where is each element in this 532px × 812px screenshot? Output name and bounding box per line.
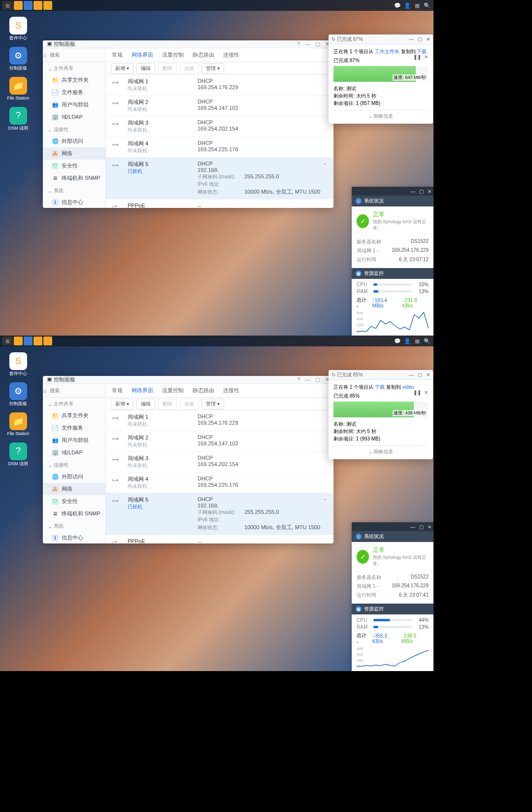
iface-row[interactable]: ⇄ PPPoE 尚未联机 -- xyxy=(106,200,333,208)
taskbar-folder-icon[interactable] xyxy=(33,337,42,345)
widget-section-resource[interactable]: ▦资源监控 xyxy=(352,268,433,279)
toolbar-button[interactable]: 连接 xyxy=(180,63,199,74)
minimize-icon[interactable]: — xyxy=(410,524,415,530)
home-button[interactable]: ⌂ xyxy=(43,48,47,62)
sidebar-item[interactable]: 🛡安全性 xyxy=(43,160,105,172)
pause-icon[interactable]: ❚❚ xyxy=(413,390,421,395)
widget-section-status[interactable]: i系统状况 xyxy=(352,196,433,206)
close-icon[interactable]: ✕ xyxy=(428,189,432,194)
taskbar-folder-icon[interactable] xyxy=(14,1,23,10)
toolbar-button[interactable]: 编辑 xyxy=(136,63,155,74)
minimize-icon[interactable]: — xyxy=(305,376,310,383)
iface-row[interactable]: ⊶ 局域网 3 尚未联机 DHCP 169.254.202.154 xyxy=(106,452,333,473)
sidebar-group[interactable]: ⌄文件共享 xyxy=(43,62,105,74)
desktop-icon-help[interactable]: ?DSM 说明 xyxy=(7,107,30,131)
desktop-icon-cp[interactable]: ⚙控制面板 xyxy=(7,382,30,406)
minimize-icon[interactable]: — xyxy=(409,36,414,42)
minimize-icon[interactable]: — xyxy=(410,189,415,194)
pin-icon[interactable]: ▢ xyxy=(419,189,424,194)
search-icon[interactable]: 🔍 xyxy=(423,337,432,345)
desktop-icon-pkg[interactable]: S套件中心 xyxy=(7,352,30,376)
close-icon[interactable]: ✕ xyxy=(426,36,430,42)
widgets-icon[interactable]: ▦ xyxy=(413,337,422,345)
sidebar-item[interactable]: 📄文件服务 xyxy=(43,422,105,434)
taskbar-folder-icon[interactable] xyxy=(33,1,42,10)
sidebar-item[interactable]: 📁共享文件夹 xyxy=(43,74,105,86)
stop-icon[interactable]: ✕ xyxy=(424,54,428,60)
iface-row[interactable]: ⊶ 局域网 2 尚未联机 DHCP 169.254.147.102 xyxy=(106,431,333,452)
pause-icon[interactable]: ❚❚ xyxy=(413,54,421,60)
chat-icon[interactable]: 💬 xyxy=(393,1,402,10)
main-menu-icon[interactable]: ⊞ xyxy=(2,337,13,345)
sidebar-item[interactable]: 📄文件服务 xyxy=(43,86,105,99)
toggle-details[interactable]: ⌄ 简略信息 xyxy=(333,110,428,120)
tab[interactable]: 常规 xyxy=(112,51,123,59)
toolbar-button[interactable]: 删除 xyxy=(158,399,177,409)
desktop-icon-pkg[interactable]: S套件中心 xyxy=(7,17,30,41)
sidebar-item[interactable]: 📁共享文件夹 xyxy=(43,409,105,422)
widget-header[interactable]: —▢✕ xyxy=(352,522,433,531)
minimize-icon[interactable]: — xyxy=(409,372,414,377)
iface-row[interactable]: ⊶ 局域网 2 尚未联机 DHCP 169.254.147.102 xyxy=(106,96,333,116)
widget-header[interactable]: —▢✕ xyxy=(352,187,433,196)
taskbar-folder-icon[interactable] xyxy=(43,1,52,10)
sidebar-group[interactable]: ⌄系统 xyxy=(43,520,105,532)
sidebar-item[interactable]: 👥用户与群组 xyxy=(43,434,105,446)
sidebar-item[interactable]: 🖧网络 xyxy=(43,483,105,495)
chat-icon[interactable]: 💬 xyxy=(393,337,402,345)
pin-icon[interactable]: ▢ xyxy=(419,524,424,530)
home-button[interactable]: ⌂ xyxy=(43,384,47,397)
taskbar-folder-icon[interactable] xyxy=(14,337,23,345)
tab[interactable]: 连接性 xyxy=(223,51,239,59)
sidebar-item[interactable]: 🛡安全性 xyxy=(43,495,105,508)
sidebar-item[interactable]: 🏢域/LDAP xyxy=(43,446,105,459)
window-titlebar[interactable]: ▣ 控制面板 ?—▢✕ xyxy=(43,40,333,48)
maximize-icon[interactable]: ▢ xyxy=(418,36,422,42)
iface-row[interactable]: ⊶ 局域网 5 已联机 DHCP 192.168. 子网掩码 (mask):25… xyxy=(106,493,333,535)
toolbar-button[interactable]: 新增 ▾ xyxy=(111,399,133,409)
chevron-up-icon[interactable]: ⌃ xyxy=(323,498,327,504)
tab[interactable]: 常规 xyxy=(112,387,123,394)
main-menu-icon[interactable]: ⊞ xyxy=(2,1,13,10)
toolbar-button[interactable]: 连接 xyxy=(180,399,199,409)
iface-row[interactable]: ⇄ PPPoE 尚未联机 -- xyxy=(106,535,333,543)
sidebar-item[interactable]: 🖥终端机和 SNMP xyxy=(43,172,105,184)
sidebar-group[interactable]: ⌄连接性 xyxy=(43,459,105,471)
sidebar-item[interactable]: 🖧网络 xyxy=(43,147,105,160)
desktop-icon-cp[interactable]: ⚙控制面板 xyxy=(7,47,30,71)
copy-dst-link[interactable]: 下载 xyxy=(417,49,427,54)
tab[interactable]: 静态路由 xyxy=(193,387,214,394)
tab[interactable]: 网络界面 xyxy=(132,51,153,59)
toolbar-button[interactable]: 管理 ▾ xyxy=(201,63,224,74)
iface-row[interactable]: ⊶ 局域网 4 尚未联机 DHCP 169.254.225.176 xyxy=(106,137,333,158)
close-icon[interactable]: ✕ xyxy=(428,524,432,530)
tab[interactable]: 连接性 xyxy=(223,387,239,394)
iface-row[interactable]: ⊶ 局域网 1 尚未联机 DHCP 169.254.176.229 xyxy=(106,410,333,431)
sidebar-group[interactable]: ⌄连接性 xyxy=(43,123,105,135)
toolbar-button[interactable]: 删除 xyxy=(158,63,177,74)
widget-section-status[interactable]: i系统状况 xyxy=(352,531,433,542)
minimize-icon[interactable]: — xyxy=(305,41,310,47)
sidebar-item[interactable]: 🏢域/LDAP xyxy=(43,111,105,123)
chevron-up-icon[interactable]: ⌃ xyxy=(323,163,327,168)
taskbar-app-icon[interactable] xyxy=(24,1,33,10)
maximize-icon[interactable]: ▢ xyxy=(315,41,320,47)
sidebar-item[interactable]: ℹ信息中心 xyxy=(43,532,105,543)
widgets-icon[interactable]: ▦ xyxy=(413,1,422,10)
desktop-icon-help[interactable]: ?DSM 说明 xyxy=(7,442,30,467)
maximize-icon[interactable]: ▢ xyxy=(315,376,320,383)
search-icon[interactable]: 🔍 xyxy=(423,1,432,10)
tab[interactable]: 流量控制 xyxy=(162,51,184,59)
help-icon[interactable]: ? xyxy=(297,41,300,47)
stop-icon[interactable]: ✕ xyxy=(424,390,428,395)
window-titlebar[interactable]: ▣ 控制面板 ?—▢✕ xyxy=(43,376,333,384)
sidebar-item[interactable]: 👥用户与群组 xyxy=(43,99,105,111)
tab[interactable]: 静态路由 xyxy=(193,51,214,59)
iface-row[interactable]: ⊶ 局域网 4 尚未联机 DHCP 169.254.225.176 xyxy=(106,473,333,493)
user-icon[interactable]: 👤 xyxy=(403,337,412,345)
sidebar-group[interactable]: ⌄文件共享 xyxy=(43,398,105,409)
widget-section-resource[interactable]: ▦资源监控 xyxy=(352,604,433,614)
taskbar-app-icon[interactable] xyxy=(24,337,33,345)
iface-row[interactable]: ⊶ 局域网 1 尚未联机 DHCP 169.254.176.229 xyxy=(106,75,333,96)
maximize-icon[interactable]: ▢ xyxy=(418,372,422,377)
